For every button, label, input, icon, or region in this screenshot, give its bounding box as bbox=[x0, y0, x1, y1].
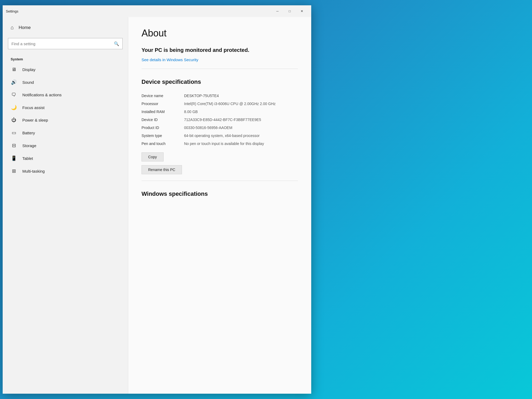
search-box-container: 🔍 bbox=[3, 35, 128, 55]
sidebar-home-item[interactable]: ⌂ Home bbox=[3, 20, 128, 35]
focus-assist-icon: 🌙 bbox=[11, 105, 17, 110]
sidebar-item-storage[interactable]: ⊟ Storage bbox=[3, 139, 128, 152]
sidebar-item-battery[interactable]: ▭ Battery bbox=[3, 126, 128, 139]
sidebar-item-power-sleep[interactable]: ⏻ Power & sleep bbox=[3, 114, 128, 126]
sidebar: ⌂ Home 🔍 System 🖥 Display 🔊 Sound bbox=[3, 17, 128, 394]
spec-label-product-id: Product ID bbox=[142, 126, 184, 130]
search-input[interactable] bbox=[11, 41, 112, 46]
sidebar-sound-label: Sound bbox=[22, 80, 34, 85]
sidebar-item-notifications[interactable]: 🗨 Notifications & actions bbox=[3, 89, 128, 101]
right-panel: About Your PC is being monitored and pro… bbox=[128, 17, 311, 394]
sidebar-tablet-label: Tablet bbox=[22, 156, 33, 161]
spec-table: Device name DESKTOP-75U5TE4 Processor In… bbox=[142, 92, 298, 148]
storage-icon: ⊟ bbox=[11, 143, 17, 148]
display-icon: 🖥 bbox=[11, 67, 17, 72]
home-icon: ⌂ bbox=[11, 24, 14, 31]
device-specs-title: Device specifications bbox=[142, 78, 298, 85]
spec-label-pen-touch: Pen and touch bbox=[142, 142, 184, 146]
security-notice-text: Your PC is being monitored and protected… bbox=[142, 46, 298, 54]
search-box[interactable]: 🔍 bbox=[8, 38, 123, 49]
sidebar-battery-label: Battery bbox=[22, 131, 35, 135]
spec-row-product-id: Product ID 00330-50816-56956-AAOEM bbox=[142, 124, 298, 132]
sidebar-item-multitasking[interactable]: ⊞ Multi-tasking bbox=[3, 165, 128, 177]
sidebar-home-label: Home bbox=[19, 25, 31, 30]
spec-row-processor: Processor Intel(R) Core(TM) i3-6006U CPU… bbox=[142, 100, 298, 108]
spec-value-device-name: DESKTOP-75U5TE4 bbox=[184, 94, 298, 98]
spec-label-device-name: Device name bbox=[142, 94, 184, 98]
sidebar-focus-assist-label: Focus assist bbox=[22, 105, 44, 110]
window-controls: ─ □ ✕ bbox=[271, 7, 308, 15]
multitasking-icon: ⊞ bbox=[11, 168, 17, 174]
spec-value-pen-touch: No pen or touch input is available for t… bbox=[184, 142, 298, 146]
battery-icon: ▭ bbox=[11, 130, 17, 136]
power-sleep-icon: ⏻ bbox=[11, 117, 17, 123]
windows-security-link[interactable]: See details in Windows Security bbox=[142, 57, 198, 62]
notifications-icon: 🗨 bbox=[11, 92, 17, 98]
settings-window: Settings ─ □ ✕ ⌂ Home 🔍 System bbox=[3, 5, 311, 394]
spec-value-ram: 8.00 GB bbox=[184, 110, 298, 114]
sidebar-item-focus-assist[interactable]: 🌙 Focus assist bbox=[3, 101, 128, 114]
spec-row-device-name: Device name DESKTOP-75U5TE4 bbox=[142, 92, 298, 100]
divider-1 bbox=[142, 69, 298, 69]
spec-row-pen-touch: Pen and touch No pen or touch input is a… bbox=[142, 140, 298, 148]
sidebar-storage-label: Storage bbox=[22, 143, 36, 148]
divider-2 bbox=[142, 181, 298, 181]
spec-value-device-id: 712A33C9-E85D-4442-BF7C-F3BBF77EE9E5 bbox=[184, 118, 298, 122]
spec-label-device-id: Device ID bbox=[142, 118, 184, 122]
spec-row-device-id: Device ID 712A33C9-E85D-4442-BF7C-F3BBF7… bbox=[142, 116, 298, 124]
sidebar-item-display[interactable]: 🖥 Display bbox=[3, 63, 128, 76]
minimize-button[interactable]: ─ bbox=[271, 7, 284, 15]
spec-row-system-type: System type 64-bit operating system, x64… bbox=[142, 132, 298, 140]
spec-value-processor: Intel(R) Core(TM) i3-6006U CPU @ 2.00GHz… bbox=[184, 102, 298, 106]
main-content: ⌂ Home 🔍 System 🖥 Display 🔊 Sound bbox=[3, 17, 311, 394]
title-bar: Settings ─ □ ✕ bbox=[3, 5, 311, 17]
sidebar-power-sleep-label: Power & sleep bbox=[22, 118, 48, 122]
close-button[interactable]: ✕ bbox=[296, 7, 308, 15]
sidebar-section-system: System bbox=[3, 55, 128, 63]
spec-label-ram: Installed RAM bbox=[142, 110, 184, 114]
rename-button[interactable]: Rename this PC bbox=[142, 165, 182, 174]
maximize-button[interactable]: □ bbox=[284, 7, 296, 15]
spec-label-processor: Processor bbox=[142, 102, 184, 106]
spec-value-product-id: 00330-50816-56956-AAOEM bbox=[184, 126, 298, 130]
sidebar-multitasking-label: Multi-tasking bbox=[22, 169, 45, 173]
sidebar-item-tablet[interactable]: 📱 Tablet bbox=[3, 152, 128, 165]
spec-row-ram: Installed RAM 8.00 GB bbox=[142, 108, 298, 116]
page-title: About bbox=[142, 28, 298, 39]
window-title: Settings bbox=[6, 9, 18, 13]
sidebar-display-label: Display bbox=[22, 67, 35, 72]
spec-label-system-type: System type bbox=[142, 134, 184, 138]
copy-button[interactable]: Copy bbox=[142, 152, 164, 161]
spec-value-system-type: 64-bit operating system, x64-based proce… bbox=[184, 134, 298, 138]
security-notice: Your PC is being monitored and protected… bbox=[142, 46, 298, 62]
sound-icon: 🔊 bbox=[11, 79, 17, 85]
tablet-icon: 📱 bbox=[11, 155, 17, 161]
windows-specs-title: Windows specifications bbox=[142, 190, 298, 197]
search-icon: 🔍 bbox=[114, 41, 119, 46]
sidebar-notifications-label: Notifications & actions bbox=[22, 93, 62, 97]
sidebar-item-sound[interactable]: 🔊 Sound bbox=[3, 76, 128, 89]
